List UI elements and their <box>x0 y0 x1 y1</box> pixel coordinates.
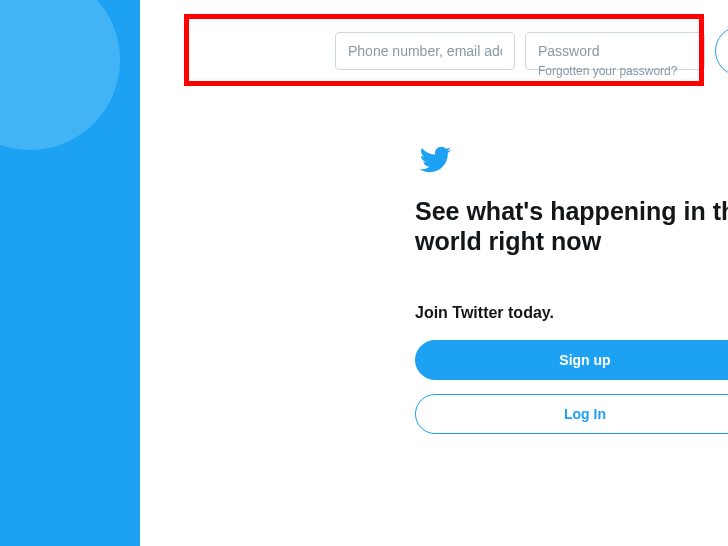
main-content-area: Log In Forgotten your password? See what… <box>140 0 728 546</box>
signup-button[interactable]: Sign up <box>415 340 728 380</box>
left-hero-panel <box>0 0 140 546</box>
login-button-top[interactable]: Log In <box>715 26 728 76</box>
join-prompt: Join Twitter today. <box>415 304 728 322</box>
page-headline: See what's happening in the world right … <box>415 196 728 256</box>
hero-curve-decoration <box>0 0 120 150</box>
center-content: See what's happening in the world right … <box>415 143 728 448</box>
login-button-main[interactable]: Log In <box>415 394 728 434</box>
username-input[interactable] <box>335 32 515 70</box>
twitter-bird-icon <box>415 143 455 176</box>
forgot-password-link[interactable]: Forgotten your password? <box>538 64 677 78</box>
